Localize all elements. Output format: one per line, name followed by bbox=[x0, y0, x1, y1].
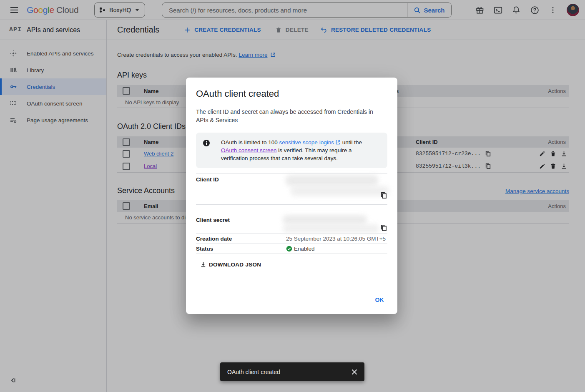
oauth-consent-screen-link[interactable]: OAuth consent screen bbox=[221, 147, 277, 153]
redacted-client-secret bbox=[283, 215, 367, 224]
download-icon bbox=[200, 261, 206, 268]
check-circle-icon bbox=[286, 246, 292, 252]
client-secret-label: Client secret bbox=[196, 217, 230, 223]
dialog-subtitle: The client ID and secret can always be a… bbox=[196, 108, 384, 124]
creation-date-value: 25 September 2023 at 10:26:05 GMT+5 bbox=[286, 236, 387, 242]
copy-client-id-icon[interactable] bbox=[380, 192, 387, 199]
external-link-icon bbox=[335, 140, 341, 145]
status-value: Enabled bbox=[294, 246, 315, 252]
client-id-label: Client ID bbox=[196, 176, 219, 183]
download-json-button[interactable]: DOWNLOAD JSON bbox=[200, 259, 261, 270]
notice-text: OAuth is limited to 100 bbox=[221, 139, 279, 146]
redacted-client-id bbox=[286, 175, 378, 186]
redacted-client-secret bbox=[283, 224, 379, 233]
status-label: Status bbox=[196, 246, 286, 252]
close-icon[interactable] bbox=[350, 368, 359, 376]
toast-message: OAuth client created bbox=[227, 369, 350, 375]
dialog-title: OAuth client created bbox=[196, 88, 387, 100]
info-icon bbox=[203, 139, 210, 147]
creation-date-row: Creation date 25 September 2023 at 10:26… bbox=[196, 234, 387, 244]
creation-date-label: Creation date bbox=[196, 236, 286, 242]
ok-button[interactable]: OK bbox=[372, 294, 387, 306]
oauth-client-created-dialog: OAuth client created The client ID and s… bbox=[186, 78, 397, 314]
snackbar-toast: OAuth client created bbox=[220, 362, 364, 381]
redacted-client-id bbox=[291, 186, 389, 196]
sensitive-scope-logins-link[interactable]: sensitive scope logins bbox=[279, 139, 334, 146]
status-row: Status Enabled bbox=[196, 244, 387, 254]
oauth-limit-notice: OAuth is limited to 100 sensitive scope … bbox=[196, 133, 387, 168]
download-json-label: DOWNLOAD JSON bbox=[209, 261, 261, 268]
notice-text: until the bbox=[341, 139, 362, 146]
copy-client-secret-icon[interactable] bbox=[380, 224, 387, 231]
